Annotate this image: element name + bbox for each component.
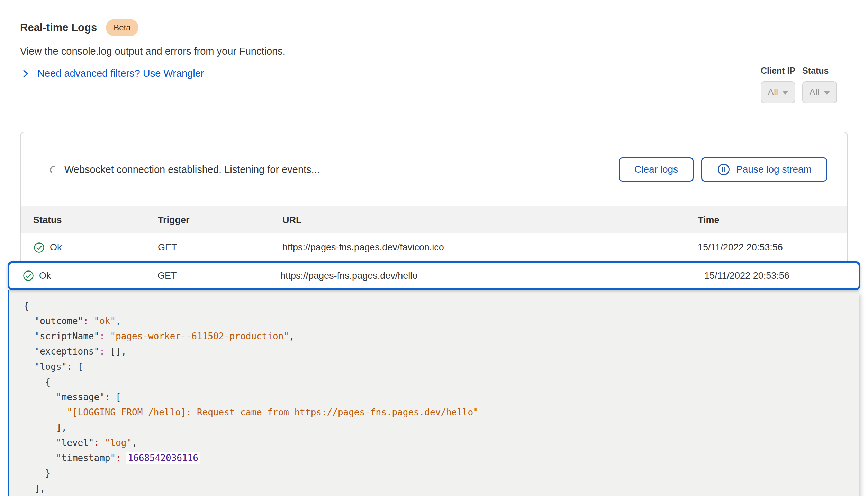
row-status: Ok (50, 242, 62, 253)
column-header-time: Time (698, 215, 847, 226)
column-header-trigger: Trigger (158, 215, 282, 226)
beta-badge: Beta (106, 19, 138, 36)
clear-logs-button[interactable]: Clear logs (619, 157, 694, 182)
caret-down-icon (824, 91, 830, 95)
wrangler-link-label: Need advanced filters? Use Wrangler (37, 68, 204, 79)
client-ip-dropdown[interactable]: All (761, 81, 795, 103)
row-trigger: GET (158, 242, 282, 253)
column-header-url: URL (282, 215, 698, 226)
table-header-row: Status Trigger URL Time (21, 206, 847, 233)
clear-logs-label: Clear logs (634, 164, 678, 175)
chevron-right-icon (21, 69, 30, 78)
row-trigger: GET (157, 270, 280, 281)
table-row[interactable]: Ok GET https://pages-fns.pages.dev/favic… (21, 233, 847, 261)
row-time: 15/11/2022 20:53:56 (698, 242, 847, 253)
status-filter-label: Status (802, 66, 837, 76)
table-row-expanded[interactable]: Ok GET https://pages-fns.pages.dev/hello… (8, 261, 860, 290)
realtime-logs-page: Real-time Logs Beta View the console.log… (0, 0, 868, 496)
row-status: Ok (39, 270, 51, 281)
page-subtitle: View the console.log output and errors f… (20, 46, 286, 57)
log-detail-panel: { "outcome": "ok", "scriptName": "pages-… (8, 290, 859, 496)
row-time: 15/11/2022 20:53:56 (704, 270, 859, 281)
client-ip-filter: Client IP All (761, 66, 795, 103)
pause-circle-icon (717, 163, 731, 176)
spinner-icon (49, 165, 59, 174)
status-filter: Status All (802, 66, 837, 103)
websocket-status: Websocket connection established. Listen… (49, 164, 619, 175)
status-dropdown-value: All (809, 87, 820, 98)
page-header: Real-time Logs Beta (20, 19, 138, 36)
page-title: Real-time Logs (20, 21, 97, 34)
log-detail-code: { "outcome": "ok", "scriptName": "pages-… (24, 298, 859, 496)
row-url: https://pages-fns.pages.dev/hello (280, 270, 704, 281)
wrangler-link[interactable]: Need advanced filters? Use Wrangler (21, 68, 204, 79)
caret-down-icon (782, 91, 788, 95)
row-url: https://pages-fns.pages.dev/favicon.ico (282, 242, 698, 253)
client-ip-label: Client IP (761, 66, 795, 76)
check-circle-icon (22, 270, 34, 282)
column-header-status: Status (33, 215, 158, 226)
status-dropdown[interactable]: All (802, 81, 837, 103)
pause-log-stream-label: Pause log stream (736, 164, 812, 175)
client-ip-dropdown-value: All (768, 87, 778, 98)
pause-log-stream-button[interactable]: Pause log stream (701, 157, 827, 182)
check-circle-icon (33, 242, 45, 254)
logs-toolbar: Websocket connection established. Listen… (21, 132, 847, 206)
websocket-status-message: Websocket connection established. Listen… (64, 164, 320, 175)
